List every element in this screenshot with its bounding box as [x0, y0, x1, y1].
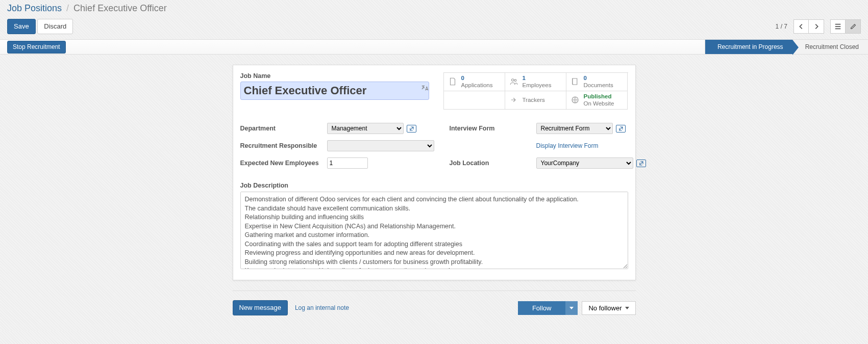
external-link-icon: [409, 126, 414, 131]
view-list-button[interactable]: [830, 19, 846, 34]
display-interview-link[interactable]: Display Interview Form: [536, 142, 599, 149]
chevron-right-icon: [813, 23, 820, 30]
svg-point-1: [514, 80, 516, 82]
location-label: Job Location: [450, 160, 536, 167]
stat-documents[interactable]: 0Documents: [566, 73, 628, 91]
pager-prev[interactable]: [793, 19, 809, 34]
responsible-label: Recruitment Responsible: [240, 142, 327, 149]
follow-button[interactable]: Follow: [518, 301, 566, 315]
list-icon: [834, 23, 841, 30]
job-name-input[interactable]: [240, 82, 429, 100]
log-note-link[interactable]: Log an internal note: [295, 304, 349, 311]
stage-closed[interactable]: Recruitment Closed: [792, 40, 868, 54]
stat-spacer: [444, 91, 505, 110]
svg-point-0: [511, 78, 514, 81]
expected-input[interactable]: [327, 157, 368, 169]
stat-published[interactable]: PublishedOn Website: [566, 91, 628, 110]
expected-label: Expected New Employees: [240, 160, 327, 167]
stage-in-progress[interactable]: Recruitment in Progress: [705, 40, 792, 54]
stat-applications[interactable]: 0Applications: [444, 73, 505, 91]
description-textarea[interactable]: [240, 192, 628, 269]
job-name-label: Job Name: [240, 72, 431, 80]
description-label: Job Description: [240, 182, 628, 189]
save-button[interactable]: Save: [7, 19, 36, 34]
chevron-left-icon: [798, 23, 805, 30]
new-message-button[interactable]: New message: [233, 300, 288, 315]
department-select[interactable]: Management: [327, 123, 404, 134]
stat-employees[interactable]: 1Employees: [505, 73, 566, 91]
globe-icon: [571, 95, 580, 105]
breadcrumb-sep: /: [66, 3, 69, 13]
responsible-select[interactable]: [327, 140, 434, 151]
form-sheet: Job Name 0Applications 1Employees: [233, 65, 636, 280]
followers-button[interactable]: No follower: [582, 301, 635, 315]
breadcrumb-root[interactable]: Job Positions: [7, 3, 62, 13]
follow-dropdown[interactable]: [565, 301, 578, 315]
stat-trackers[interactable]: Trackers: [505, 91, 566, 110]
external-link-icon: [618, 126, 624, 131]
interview-label: Interview Form: [450, 125, 536, 132]
edit-icon: [850, 23, 857, 30]
pager-next[interactable]: [809, 19, 824, 34]
stop-recruitment-button[interactable]: Stop Recruitment: [7, 41, 66, 54]
interview-external-link[interactable]: [616, 125, 626, 133]
pager: 1 / 7: [776, 23, 787, 30]
users-icon: [509, 77, 518, 87]
book-icon: [571, 77, 580, 87]
location-external-link[interactable]: [636, 160, 646, 167]
location-select[interactable]: YourCompany: [536, 157, 633, 169]
view-form-button[interactable]: [846, 19, 861, 34]
breadcrumb: Job Positions / Chief Executive Officer: [7, 3, 861, 14]
department-label: Department: [240, 125, 327, 132]
document-icon: [448, 77, 457, 87]
department-external-link[interactable]: [407, 125, 416, 133]
share-icon: [509, 95, 518, 105]
external-link-icon: [638, 161, 644, 166]
interview-select[interactable]: Recruitment Form: [536, 123, 613, 134]
breadcrumb-current: Chief Executive Officer: [73, 3, 167, 13]
discard-button[interactable]: Discard: [37, 19, 73, 34]
translate-icon[interactable]: [421, 85, 428, 93]
